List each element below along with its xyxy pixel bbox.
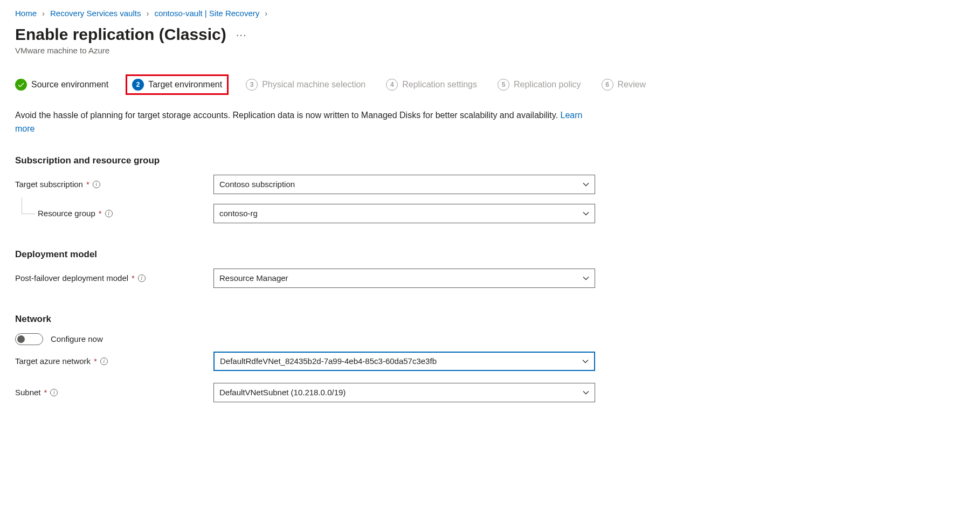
select-resource-group[interactable]: contoso-rg bbox=[213, 204, 595, 223]
chevron-down-icon bbox=[583, 389, 589, 396]
step-number-icon: 3 bbox=[246, 79, 258, 91]
breadcrumb-home[interactable]: Home bbox=[15, 9, 37, 18]
step-label: Physical machine selection bbox=[262, 80, 365, 90]
field-target-subscription-row: Target subscription * i Contoso subscrip… bbox=[15, 175, 965, 194]
label-subnet: Subnet bbox=[15, 388, 41, 397]
required-marker: * bbox=[99, 209, 102, 218]
step-replication-settings[interactable]: 4 Replication settings bbox=[386, 79, 477, 91]
info-icon[interactable]: i bbox=[105, 210, 113, 217]
breadcrumb: Home › Recovery Services vaults › contos… bbox=[15, 9, 965, 18]
toggle-knob bbox=[17, 335, 25, 343]
step-physical-machine-selection[interactable]: 3 Physical machine selection bbox=[246, 79, 365, 91]
label-resource-group: Resource group bbox=[38, 209, 95, 218]
page-subtitle: VMware machine to Azure bbox=[15, 46, 965, 55]
select-value: Contoso subscription bbox=[219, 180, 295, 189]
select-value: Resource Manager bbox=[219, 273, 288, 283]
chevron-down-icon bbox=[583, 181, 589, 188]
select-subnet[interactable]: DefaultVNetSubnet (10.218.0.0/19) bbox=[213, 383, 595, 402]
step-label: Replication policy bbox=[514, 80, 581, 90]
info-icon[interactable]: i bbox=[138, 274, 146, 282]
toggle-configure-now[interactable] bbox=[15, 333, 43, 345]
info-banner: Avoid the hassle of planning for target … bbox=[15, 109, 592, 136]
select-target-network[interactable]: DefaultRdfeVNet_82435b2d-7a99-4eb4-85c3-… bbox=[213, 352, 595, 371]
info-icon[interactable]: i bbox=[100, 358, 108, 365]
info-text: Avoid the hassle of planning for target … bbox=[15, 111, 561, 120]
required-marker: * bbox=[86, 180, 89, 189]
step-source-environment[interactable]: Source environment bbox=[15, 79, 108, 91]
section-heading-subscription: Subscription and resource group bbox=[15, 155, 965, 166]
select-value: DefaultVNetSubnet (10.218.0.0/19) bbox=[219, 388, 346, 397]
step-label: Replication settings bbox=[402, 80, 477, 90]
chevron-right-icon: › bbox=[146, 9, 149, 18]
chevron-down-icon bbox=[583, 275, 589, 281]
chevron-right-icon: › bbox=[265, 9, 267, 18]
required-marker: * bbox=[44, 388, 47, 397]
step-number-icon: 4 bbox=[386, 79, 398, 91]
select-value: contoso-rg bbox=[219, 209, 258, 218]
step-label: Source environment bbox=[31, 80, 108, 90]
step-number-icon: 5 bbox=[498, 79, 509, 91]
toggle-configure-now-row: Configure now bbox=[15, 333, 965, 345]
breadcrumb-vault-site-recovery[interactable]: contoso-vault | Site Recovery bbox=[154, 9, 259, 18]
select-deployment-model[interactable]: Resource Manager bbox=[213, 269, 595, 288]
info-icon[interactable]: i bbox=[50, 389, 58, 396]
wizard-stepper: Source environment 2 Target environment … bbox=[15, 78, 965, 92]
select-target-subscription[interactable]: Contoso subscription bbox=[213, 175, 595, 194]
section-heading-network: Network bbox=[15, 314, 965, 325]
label-target-network: Target azure network bbox=[15, 356, 91, 366]
field-resource-group-row: Resource group * i contoso-rg bbox=[15, 204, 965, 223]
label-target-subscription: Target subscription bbox=[15, 180, 83, 189]
checkmark-icon bbox=[15, 79, 27, 91]
chevron-down-icon bbox=[583, 210, 589, 217]
chevron-down-icon bbox=[582, 358, 589, 365]
step-number-icon: 6 bbox=[602, 79, 613, 91]
section-heading-deployment: Deployment model bbox=[15, 249, 965, 260]
select-value: DefaultRdfeVNet_82435b2d-7a99-4eb4-85c3-… bbox=[220, 356, 437, 366]
step-target-environment[interactable]: 2 Target environment bbox=[129, 78, 225, 92]
step-number-icon: 2 bbox=[132, 79, 144, 91]
step-label: Review bbox=[618, 80, 646, 90]
info-icon[interactable]: i bbox=[93, 181, 100, 188]
step-label: Target environment bbox=[148, 80, 222, 90]
required-marker: * bbox=[94, 356, 97, 366]
page-title: Enable replication (Classic) bbox=[15, 25, 226, 44]
required-marker: * bbox=[132, 273, 135, 283]
label-deployment-model: Post-failover deployment model bbox=[15, 273, 128, 283]
step-replication-policy[interactable]: 5 Replication policy bbox=[498, 79, 581, 91]
field-deployment-model-row: Post-failover deployment model * i Resou… bbox=[15, 269, 965, 288]
breadcrumb-recovery-vaults[interactable]: Recovery Services vaults bbox=[50, 9, 141, 18]
chevron-right-icon: › bbox=[42, 9, 45, 18]
toggle-label: Configure now bbox=[51, 334, 103, 343]
step-review[interactable]: 6 Review bbox=[602, 79, 646, 91]
more-icon[interactable]: ··· bbox=[236, 29, 247, 41]
field-target-network-row: Target azure network * i DefaultRdfeVNet… bbox=[15, 352, 965, 371]
field-subnet-row: Subnet * i DefaultVNetSubnet (10.218.0.0… bbox=[15, 383, 965, 402]
